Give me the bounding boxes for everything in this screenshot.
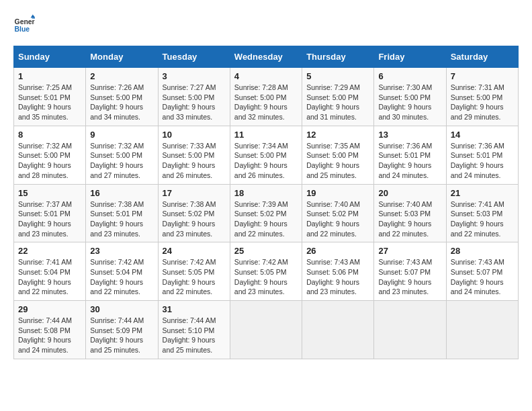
calendar-cell: 29Sunrise: 7:44 AM Sunset: 5:08 PM Dayli… xyxy=(14,301,86,359)
week-row-4: 22Sunrise: 7:41 AM Sunset: 5:04 PM Dayli… xyxy=(14,242,519,301)
day-number: 3 xyxy=(163,71,226,81)
calendar-cell: 13Sunrise: 7:36 AM Sunset: 5:01 PM Dayli… xyxy=(374,126,446,184)
calendar-cell: 27Sunrise: 7:43 AM Sunset: 5:07 PM Dayli… xyxy=(374,242,446,301)
day-number: 25 xyxy=(234,246,298,256)
week-row-2: 8Sunrise: 7:32 AM Sunset: 5:00 PM Daylig… xyxy=(14,126,519,184)
day-header-friday: Friday xyxy=(374,46,446,68)
week-row-1: 1Sunrise: 7:25 AM Sunset: 5:01 PM Daylig… xyxy=(14,68,519,126)
day-header-tuesday: Tuesday xyxy=(158,46,230,68)
cell-info: Sunrise: 7:38 AM Sunset: 5:01 PM Dayligh… xyxy=(90,199,153,239)
day-number: 2 xyxy=(90,71,153,81)
calendar-cell: 23Sunrise: 7:42 AM Sunset: 5:04 PM Dayli… xyxy=(86,242,158,301)
cell-info: Sunrise: 7:41 AM Sunset: 5:03 PM Dayligh… xyxy=(451,199,514,239)
cell-info: Sunrise: 7:28 AM Sunset: 5:00 PM Dayligh… xyxy=(234,83,298,122)
cell-info: Sunrise: 7:42 AM Sunset: 5:05 PM Dayligh… xyxy=(234,257,298,297)
logo-icon: General Blue xyxy=(13,13,35,35)
day-number: 11 xyxy=(234,130,298,140)
day-number: 23 xyxy=(90,246,153,256)
day-number: 6 xyxy=(378,71,441,81)
day-number: 19 xyxy=(306,188,369,198)
calendar-cell: 19Sunrise: 7:40 AM Sunset: 5:02 PM Dayli… xyxy=(302,184,374,242)
day-number: 24 xyxy=(163,246,226,256)
day-number: 14 xyxy=(451,130,514,140)
day-header-monday: Monday xyxy=(86,46,158,68)
cell-info: Sunrise: 7:32 AM Sunset: 5:00 PM Dayligh… xyxy=(90,141,153,181)
calendar-cell xyxy=(446,301,518,359)
calendar-table: SundayMondayTuesdayWednesdayThursdayFrid… xyxy=(13,46,519,359)
day-header-sunday: Sunday xyxy=(14,46,86,68)
day-number: 30 xyxy=(90,304,153,314)
calendar-cell: 30Sunrise: 7:44 AM Sunset: 5:09 PM Dayli… xyxy=(86,301,158,359)
cell-info: Sunrise: 7:44 AM Sunset: 5:10 PM Dayligh… xyxy=(163,316,226,355)
day-number: 8 xyxy=(18,130,81,140)
calendar-cell: 24Sunrise: 7:42 AM Sunset: 5:05 PM Dayli… xyxy=(158,242,230,301)
calendar-cell: 15Sunrise: 7:37 AM Sunset: 5:01 PM Dayli… xyxy=(14,184,86,242)
calendar-cell: 20Sunrise: 7:40 AM Sunset: 5:03 PM Dayli… xyxy=(374,184,446,242)
cell-info: Sunrise: 7:42 AM Sunset: 5:04 PM Dayligh… xyxy=(90,257,153,297)
cell-info: Sunrise: 7:36 AM Sunset: 5:01 PM Dayligh… xyxy=(378,141,441,181)
calendar-cell: 21Sunrise: 7:41 AM Sunset: 5:03 PM Dayli… xyxy=(446,184,518,242)
cell-info: Sunrise: 7:44 AM Sunset: 5:08 PM Dayligh… xyxy=(18,316,81,355)
cell-info: Sunrise: 7:38 AM Sunset: 5:02 PM Dayligh… xyxy=(163,199,226,239)
logo: General Blue xyxy=(13,13,35,35)
day-number: 27 xyxy=(378,246,441,256)
week-row-3: 15Sunrise: 7:37 AM Sunset: 5:01 PM Dayli… xyxy=(14,184,519,242)
week-row-5: 29Sunrise: 7:44 AM Sunset: 5:08 PM Dayli… xyxy=(14,301,519,359)
calendar-cell: 22Sunrise: 7:41 AM Sunset: 5:04 PM Dayli… xyxy=(14,242,86,301)
calendar-cell: 7Sunrise: 7:31 AM Sunset: 5:00 PM Daylig… xyxy=(446,68,518,126)
calendar-cell xyxy=(302,301,374,359)
day-number: 22 xyxy=(18,246,81,256)
calendar-cell: 1Sunrise: 7:25 AM Sunset: 5:01 PM Daylig… xyxy=(14,68,86,126)
day-number: 1 xyxy=(18,71,81,81)
cell-info: Sunrise: 7:43 AM Sunset: 5:07 PM Dayligh… xyxy=(378,257,441,297)
calendar-cell: 6Sunrise: 7:30 AM Sunset: 5:00 PM Daylig… xyxy=(374,68,446,126)
cell-info: Sunrise: 7:43 AM Sunset: 5:07 PM Dayligh… xyxy=(451,257,514,297)
day-number: 21 xyxy=(451,188,514,198)
calendar-cell: 17Sunrise: 7:38 AM Sunset: 5:02 PM Dayli… xyxy=(158,184,230,242)
day-number: 9 xyxy=(90,130,153,140)
cell-info: Sunrise: 7:40 AM Sunset: 5:03 PM Dayligh… xyxy=(378,199,441,239)
day-number: 17 xyxy=(163,188,226,198)
cell-info: Sunrise: 7:42 AM Sunset: 5:05 PM Dayligh… xyxy=(163,257,226,297)
cell-info: Sunrise: 7:33 AM Sunset: 5:00 PM Dayligh… xyxy=(163,141,226,181)
day-number: 7 xyxy=(451,71,514,81)
day-header-thursday: Thursday xyxy=(302,46,374,68)
calendar-cell: 18Sunrise: 7:39 AM Sunset: 5:02 PM Dayli… xyxy=(230,184,302,242)
cell-info: Sunrise: 7:32 AM Sunset: 5:00 PM Dayligh… xyxy=(18,141,81,181)
calendar-cell: 5Sunrise: 7:29 AM Sunset: 5:00 PM Daylig… xyxy=(302,68,374,126)
calendar-cell: 25Sunrise: 7:42 AM Sunset: 5:05 PM Dayli… xyxy=(230,242,302,301)
cell-info: Sunrise: 7:27 AM Sunset: 5:00 PM Dayligh… xyxy=(163,83,226,122)
calendar-cell: 12Sunrise: 7:35 AM Sunset: 5:00 PM Dayli… xyxy=(302,126,374,184)
cell-info: Sunrise: 7:26 AM Sunset: 5:00 PM Dayligh… xyxy=(90,83,153,122)
day-header-wednesday: Wednesday xyxy=(230,46,302,68)
cell-info: Sunrise: 7:43 AM Sunset: 5:06 PM Dayligh… xyxy=(306,257,369,297)
day-number: 18 xyxy=(234,188,298,198)
day-number: 5 xyxy=(306,71,369,81)
cell-info: Sunrise: 7:35 AM Sunset: 5:00 PM Dayligh… xyxy=(306,141,369,181)
cell-info: Sunrise: 7:37 AM Sunset: 5:01 PM Dayligh… xyxy=(18,199,81,239)
calendar-cell xyxy=(230,301,302,359)
calendar-cell: 10Sunrise: 7:33 AM Sunset: 5:00 PM Dayli… xyxy=(158,126,230,184)
cell-info: Sunrise: 7:41 AM Sunset: 5:04 PM Dayligh… xyxy=(18,257,81,297)
day-number: 26 xyxy=(306,246,369,256)
calendar-cell: 2Sunrise: 7:26 AM Sunset: 5:00 PM Daylig… xyxy=(86,68,158,126)
cell-info: Sunrise: 7:40 AM Sunset: 5:02 PM Dayligh… xyxy=(306,199,369,239)
svg-text:Blue: Blue xyxy=(15,26,30,33)
calendar-cell: 26Sunrise: 7:43 AM Sunset: 5:06 PM Dayli… xyxy=(302,242,374,301)
day-number: 4 xyxy=(234,71,298,81)
cell-info: Sunrise: 7:39 AM Sunset: 5:02 PM Dayligh… xyxy=(234,199,298,239)
calendar-cell: 28Sunrise: 7:43 AM Sunset: 5:07 PM Dayli… xyxy=(446,242,518,301)
cell-info: Sunrise: 7:34 AM Sunset: 5:00 PM Dayligh… xyxy=(234,141,298,181)
day-number: 29 xyxy=(18,304,81,314)
day-number: 13 xyxy=(378,130,441,140)
calendar-cell: 31Sunrise: 7:44 AM Sunset: 5:10 PM Dayli… xyxy=(158,301,230,359)
day-number: 15 xyxy=(18,188,81,198)
calendar-cell: 8Sunrise: 7:32 AM Sunset: 5:00 PM Daylig… xyxy=(14,126,86,184)
calendar-cell: 9Sunrise: 7:32 AM Sunset: 5:00 PM Daylig… xyxy=(86,126,158,184)
day-number: 10 xyxy=(163,130,226,140)
calendar-cell: 11Sunrise: 7:34 AM Sunset: 5:00 PM Dayli… xyxy=(230,126,302,184)
day-number: 12 xyxy=(306,130,369,140)
cell-info: Sunrise: 7:44 AM Sunset: 5:09 PM Dayligh… xyxy=(90,316,153,355)
day-number: 20 xyxy=(378,188,441,198)
header-row: SundayMondayTuesdayWednesdayThursdayFrid… xyxy=(14,46,519,68)
